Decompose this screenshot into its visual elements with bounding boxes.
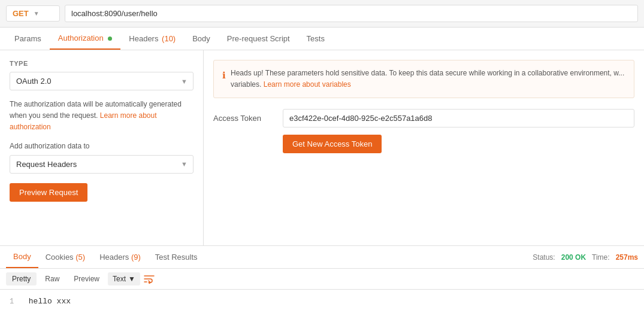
tab-headers[interactable]: Headers (10) [120,28,184,49]
preview-request-button[interactable]: Preview Request [10,183,87,202]
left-panel: TYPE OAuth 2.0 ▼ The authorization data … [0,50,204,245]
warning-banner: ℹ Heads up! These parameters hold sensit… [213,60,634,98]
status-value: 200 OK [561,253,586,262]
response-headers-badge: (9) [131,253,141,262]
access-token-row: Access Token [213,109,634,127]
text-format-wrapper: Text ▼ [108,272,140,285]
get-new-access-token-button[interactable]: Get New Access Token [283,135,382,153]
tab-body[interactable]: Body [184,28,219,49]
url-input[interactable] [65,5,638,22]
main-content: TYPE OAuth 2.0 ▼ The authorization data … [0,50,644,245]
format-bar: Pretty Raw Preview Text ▼ [0,269,644,290]
response-tab-body[interactable]: Body [6,246,38,268]
code-area: 1 hello xxx [0,290,644,314]
add-auth-select-wrapper: Request Headers ▼ [10,155,193,174]
code-line: hello xxx [29,297,71,306]
text-chevron-icon: ▼ [128,275,135,283]
tab-pre-request-script[interactable]: Pre-request Script [219,28,298,49]
access-token-input[interactable] [283,109,634,127]
response-tab-test-results[interactable]: Test Results [148,247,205,268]
auth-active-dot [108,37,112,41]
access-token-label: Access Token [213,114,273,123]
tab-params[interactable]: Params [6,28,50,49]
method-value: GET [13,9,29,18]
warning-learn-link[interactable]: Learn more about variables [264,80,351,89]
format-raw-button[interactable]: Raw [39,272,65,285]
line-number: 1 [10,296,24,308]
warning-icon: ℹ [222,68,226,83]
response-tab-headers[interactable]: Headers (9) [92,247,148,268]
tab-tests[interactable]: Tests [298,28,333,49]
right-panel: ℹ Heads up! These parameters hold sensit… [204,50,644,245]
format-preview-button[interactable]: Preview [68,272,105,285]
time-label: Time: [592,253,610,262]
status-label: Status: [533,253,555,262]
method-chevron-icon: ▼ [34,10,40,17]
response-area: Body Cookies (5) Headers (9) Test Result… [0,245,644,314]
status-bar: Status: 200 OK Time: 257ms [533,253,638,262]
format-pretty-button[interactable]: Pretty [6,272,37,285]
add-auth-label: Add authorization data to [10,142,193,150]
type-label: TYPE [10,60,193,67]
headers-badge: (10) [162,34,176,43]
text-format-select[interactable]: Text ▼ [108,272,140,285]
tab-authorization[interactable]: Authorization [50,28,121,50]
method-select[interactable]: GET ▼ [6,5,60,22]
warning-text: Heads up! These parameters hold sensitiv… [231,68,625,90]
response-tab-cookies[interactable]: Cookies (5) [38,247,92,268]
add-auth-select[interactable]: Request Headers [10,155,193,174]
top-bar: GET ▼ [0,0,644,28]
request-tabs-row: Params Authorization Headers (10) Body P… [0,28,644,50]
cookies-badge: (5) [75,253,85,262]
auth-description: The authorization data will be automatic… [10,99,193,133]
wrap-icon[interactable] [143,272,156,285]
response-tabs-row: Body Cookies (5) Headers (9) Test Result… [0,246,644,269]
type-select[interactable]: OAuth 2.0 [10,72,193,90]
time-value: 257ms [616,253,638,262]
type-select-wrapper: OAuth 2.0 ▼ [10,72,193,90]
